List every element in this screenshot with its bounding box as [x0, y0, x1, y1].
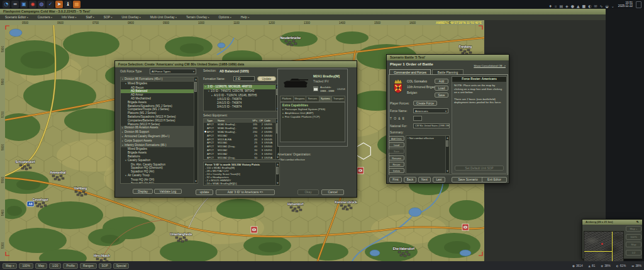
menu-options[interactable]: Options ▾: [218, 16, 231, 19]
toolbar-map-button[interactable]: Map +: [3, 263, 17, 269]
menu-staff[interactable]: Staff ▾: [86, 16, 94, 19]
expanded-icon[interactable]: ▾: [125, 159, 128, 163]
load-commander-button[interactable]: Load: [435, 86, 448, 91]
indicator-tray-icon[interactable]: ⌄: [611, 4, 614, 8]
messenger-app-icon[interactable]: ◍: [38, 1, 45, 8]
minimap-titlebar[interactable]: Arnberg (20 x 21 km) 🔍︎: [582, 220, 642, 225]
force-type-select[interactable]: All Force Types▾: [150, 69, 196, 74]
set-default-sop-button[interactable]: Set Default Unit SOP: [455, 166, 504, 171]
telegram-app-icon[interactable]: ➤: [55, 1, 63, 8]
oob-titlebar[interactable]: Scenario Battle '5 Test': [387, 55, 509, 60]
force-tree-item[interactable]: Troop HQ (Air SC): [121, 182, 194, 184]
force-tree-item[interactable]: ▾Infantry Division Formations (86-): [121, 143, 194, 148]
minimap-1-2-button[interactable]: 1/2: [626, 250, 641, 256]
scrollbar[interactable]: ▲▼: [194, 77, 197, 183]
force-tree-item[interactable]: ▾Air Cavalry Troop: [121, 174, 194, 178]
expanded-icon[interactable]: ▾: [125, 174, 128, 178]
toolbar-ranges-button[interactable]: Ranges: [80, 263, 97, 269]
minimap-100-button[interactable]: 100%: [626, 234, 641, 240]
collapsed-icon[interactable]: ▸: [122, 135, 125, 139]
expanded-icon[interactable]: ▾: [125, 82, 128, 86]
toolbar-special-button[interactable]: Special: [113, 263, 130, 269]
update-small-button[interactable]: update: [196, 189, 213, 195]
resize-button[interactable]: Resize: [389, 162, 404, 167]
minimap-map-button[interactable]: Map: [626, 242, 641, 247]
minimap-map-button[interactable]: Map +: [626, 226, 641, 232]
collapsed-icon[interactable]: ▸: [122, 140, 125, 143]
create-force-button[interactable]: Create Force: [413, 101, 437, 106]
equipment-row[interactable]: APCTM113A2 (Drag..303US35A: [204, 156, 276, 160]
vehicle-tab-systems[interactable]: Systems: [319, 96, 333, 102]
display-tray-icon[interactable]: ▤: [559, 4, 563, 8]
force-name-select[interactable]: Americans▾: [413, 108, 448, 113]
menu-info-view[interactable]: Info View ▾: [62, 16, 76, 19]
clipboard-tray-icon[interactable]: ■: [582, 4, 586, 8]
formation-tree-item[interactable]: ▾A/1/3 ID - T10N74, U5146, B9TH5: [204, 94, 276, 98]
force-tree-item[interactable]: ▸Division 86 Support: [121, 130, 194, 135]
force-tree-item[interactable]: ▾Cavalry Squadron: [121, 159, 194, 163]
update-formation-button[interactable]: Update: [257, 76, 276, 81]
browser-app-icon[interactable]: ◔: [3, 1, 10, 8]
delete-button[interactable]: Delete: [389, 168, 404, 173]
scrollbar[interactable]: ▲▼: [445, 136, 449, 173]
menu-terrain-overlay[interactable]: Terrain Overlay ▾: [186, 16, 209, 19]
network-tray-icon[interactable]: ⌗: [555, 4, 557, 8]
equipment-table[interactable]: TypeNameVPsOFCodeAPCTM2A1 Bradley[..1952…: [203, 118, 280, 160]
updates-tray-icon[interactable]: ▲: [577, 4, 580, 8]
display-button[interactable]: Display: [133, 189, 153, 194]
tasks-app-icon[interactable]: ✓: [47, 1, 54, 8]
save-commander-button[interactable]: Save: [435, 93, 448, 98]
force-dialog-titlebar[interactable]: Force Selection: Create 'Americans' usin…: [115, 61, 357, 67]
back-nav-button[interactable]: Back: [404, 177, 416, 183]
expanded-icon[interactable]: ▾: [122, 78, 125, 82]
force-tree-item[interactable]: ▸Armoured Cavalry Regiment (86+/-): [121, 135, 194, 139]
expanded-icon[interactable]: ▾: [211, 94, 214, 98]
weather-tray-icon[interactable]: ∿: [600, 4, 603, 8]
formation-tree-item[interactable]: ▾3 ID - 123R076, 98O902B, 4R8T33: [204, 85, 276, 89]
force-tree-item[interactable]: ▸Division 86 Aviation Assets: [121, 126, 194, 130]
volume-tray-icon[interactable]: ◈: [565, 4, 569, 8]
unit-counter[interactable]: [357, 167, 364, 174]
show-desktop-button[interactable]: [636, 1, 641, 8]
wine-app-icon[interactable]: ♝: [64, 1, 72, 8]
validate-log-button[interactable]: Validate Log: [154, 189, 182, 194]
minimap-view[interactable]: [584, 231, 624, 262]
vpn-tray-icon[interactable]: ♦: [549, 4, 552, 8]
load-button[interactable]: Load: [389, 142, 404, 147]
bluetooth-tray-icon[interactable]: ◐: [588, 4, 591, 8]
zoom-icon[interactable]: 🔍︎: [636, 220, 639, 225]
toolbar-profile-button[interactable]: Profile: [63, 263, 78, 269]
vehicle-tab-sensors[interactable]: Sensors: [306, 96, 319, 102]
force-tree-item[interactable]: ▸Corps Support Assets: [121, 139, 194, 143]
next-nav-button[interactable]: Next: [418, 177, 431, 183]
force-type-tree[interactable]: ▾Division 86 Formations (45+/-)▾Mixed Br…: [120, 77, 198, 184]
toolbar-map-button[interactable]: Map: [35, 263, 47, 269]
national-select[interactable]: CW 80s United States (1988-1989)▾: [413, 123, 450, 128]
force-tree-item[interactable]: ▾Division 86 Formations (45+/-): [121, 77, 194, 82]
force-tree-item[interactable]: ▾Mixed Brigades: [121, 82, 194, 86]
keyboard-tray-icon[interactable]: ●: [571, 4, 574, 8]
save-scenario-button[interactable]: Save Scenario: [452, 177, 484, 183]
cancel-button[interactable]: Cancel: [321, 189, 344, 195]
formation-tree-item[interactable]: ▾1/3 ID - 74N073, C09O7B, 98T043: [204, 89, 276, 94]
formation-name-input[interactable]: 3 ID: [233, 76, 255, 81]
toolbar-100-button[interactable]: 100%: [19, 263, 33, 269]
unit-counter[interactable]: [462, 224, 469, 230]
toolbar-1-20-button[interactable]: 1/20: [49, 263, 61, 269]
vehicle-tab-platform[interactable]: Platform: [280, 96, 294, 102]
mail-tray-icon[interactable]: ✉: [594, 4, 597, 8]
menu-unit-overlay[interactable]: Unit Overlay ▾: [121, 16, 140, 19]
unit-counter[interactable]: [251, 227, 257, 233]
add-units-button[interactable]: Add Units: [389, 136, 404, 141]
add-formation-button[interactable]: Add '3 ID' to Americans =>: [216, 189, 275, 195]
media-player-app-icon[interactable]: ◉: [29, 1, 36, 8]
add-commander-button[interactable]: Add: [435, 79, 448, 84]
scrollbar[interactable]: ▲▼: [275, 162, 279, 185]
file-manager-app-icon[interactable]: ▣: [20, 1, 28, 8]
exit-editor-button[interactable]: Exit Editor: [482, 177, 507, 183]
vehicle-tab-weapons[interactable]: Weapons: [294, 96, 307, 102]
toolbar-sop-button[interactable]: SOP: [99, 263, 111, 269]
vehicle-tab-transport[interactable]: Transport: [332, 96, 345, 102]
menu-multi-unit-overlay[interactable]: Multi-Unit Overlay ▾: [150, 16, 177, 19]
expanded-icon[interactable]: ▾: [122, 144, 125, 148]
